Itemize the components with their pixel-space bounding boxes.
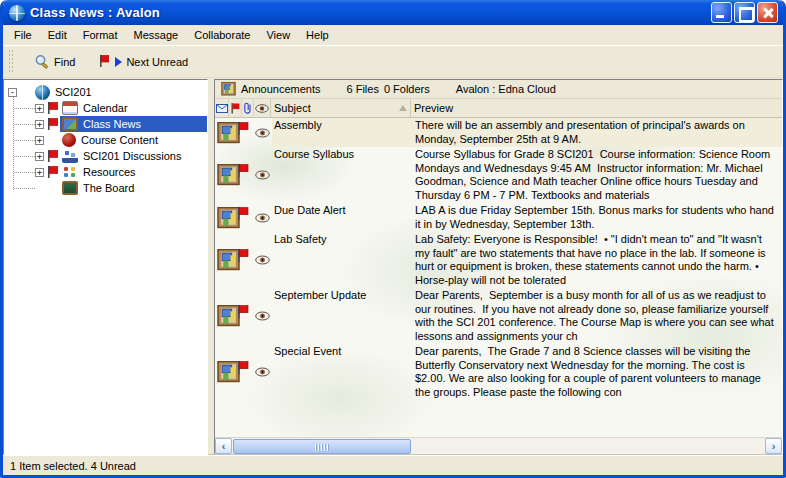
- conference-info-bar: Announcements 6 Files 0 Folders Avalon :…: [215, 80, 782, 99]
- menu-item[interactable]: Edit: [40, 26, 75, 45]
- tree-item[interactable]: + Class News: [4, 116, 207, 132]
- eye-icon: [255, 255, 270, 265]
- message-subject: Special Event: [272, 344, 412, 400]
- menu-item[interactable]: Help: [298, 26, 337, 45]
- message-preview: Course Syllabus for Grade 8 SCI201 Cours…: [412, 147, 782, 203]
- sort-ascending-icon: [399, 105, 407, 111]
- collapse-toggle-icon[interactable]: -: [8, 88, 17, 97]
- close-button[interactable]: [757, 2, 778, 23]
- message-panel: Announcements 6 Files 0 Folders Avalon :…: [214, 79, 783, 455]
- eye-icon: [255, 367, 270, 377]
- bulletin-icon: [221, 82, 236, 96]
- tree-item[interactable]: + SCI201 Discussions: [4, 148, 207, 164]
- search-icon: [34, 54, 50, 70]
- column-header-subject[interactable]: Subject: [271, 99, 411, 117]
- column-header-preview[interactable]: Preview: [411, 99, 782, 117]
- message-row[interactable]: September Update Dear Parents, September…: [215, 288, 782, 344]
- conference-tree-panel: - SCI201 + Calendar: [3, 79, 208, 455]
- find-button[interactable]: Find: [29, 51, 80, 73]
- conference-icon: [62, 181, 78, 195]
- preview-column-label: Preview: [414, 102, 453, 114]
- column-header-row: Subject Preview: [215, 99, 782, 118]
- tree-item[interactable]: The Board: [4, 180, 207, 196]
- message-preview: Dear Parents, September is a busy month …: [412, 288, 782, 344]
- scroll-left-icon[interactable]: ‹: [215, 438, 232, 454]
- next-unread-button[interactable]: Next Unread: [94, 52, 193, 71]
- flag-icon: [237, 207, 249, 221]
- menu-item[interactable]: File: [6, 26, 40, 45]
- tree-item-label: SCI201 Discussions: [81, 150, 183, 162]
- message-row[interactable]: Lab Safety Lab Safety: Everyone is Respo…: [215, 232, 782, 288]
- expand-toggle-icon[interactable]: +: [35, 136, 44, 145]
- paperclip-icon: [243, 99, 255, 117]
- tree-item-label: Calendar: [81, 102, 130, 114]
- maximize-button[interactable]: [734, 2, 755, 23]
- flag-icon: [47, 102, 60, 115]
- eye-icon: [255, 170, 270, 180]
- next-unread-button-label: Next Unread: [126, 56, 188, 68]
- status-text: 1 Item selected. 4 Unread: [10, 460, 136, 472]
- message-preview: Lab Safety: Everyone is Responsible! • "…: [412, 232, 782, 288]
- conference-icon: [62, 117, 78, 131]
- app-globe-icon: [9, 5, 25, 21]
- conference-icon: [62, 133, 76, 147]
- scrollbar-thumb[interactable]: [233, 439, 411, 454]
- flag-icon: [237, 305, 249, 319]
- message-subject: Lab Safety: [272, 232, 412, 288]
- flag-icon: [230, 99, 242, 117]
- eye-icon: [255, 311, 270, 321]
- message-subject: September Update: [272, 288, 412, 344]
- tree-item-root[interactable]: - SCI201: [4, 84, 207, 100]
- toolbar-gripper[interactable]: [8, 50, 15, 74]
- files-count: 6 Files: [347, 83, 379, 95]
- message-subject: Course Syllabus: [272, 147, 412, 203]
- toolbar: Find Next Unread: [3, 46, 783, 78]
- horizontal-scrollbar[interactable]: ‹ ›: [215, 437, 782, 454]
- message-row[interactable]: Assembly There will be an assembly and p…: [215, 118, 782, 147]
- tree-item-label: SCI201: [53, 86, 94, 98]
- message-row[interactable]: Course Syllabus Course Syllabus for Grad…: [215, 147, 782, 203]
- message-row[interactable]: Special Event Dear parents, The Grade 7 …: [215, 344, 782, 400]
- conference-icon: [62, 165, 78, 179]
- menu-item[interactable]: Collaborate: [186, 26, 258, 45]
- tree-item[interactable]: + Course Content: [4, 132, 207, 148]
- tree-item-label: The Board: [81, 182, 136, 194]
- message-preview: Dear parents, The Grade 7 and 8 Science …: [412, 344, 782, 400]
- app-window: Class News : Avalon FileEditFormatMessag…: [0, 0, 786, 478]
- envelope-icon: [216, 99, 229, 117]
- flag-icon: [47, 118, 60, 131]
- account-name: Avalon : Edna Cloud: [456, 83, 556, 95]
- menu-item[interactable]: View: [258, 26, 298, 45]
- menu-item[interactable]: Message: [126, 26, 187, 45]
- status-bar: 1 Item selected. 4 Unread: [3, 455, 783, 475]
- globe-icon: [35, 85, 50, 100]
- expand-toggle-icon[interactable]: +: [35, 152, 44, 161]
- message-subject: Assembly: [272, 118, 412, 147]
- flag-icon: [237, 122, 249, 136]
- main-area: - SCI201 + Calendar: [3, 78, 783, 455]
- expand-toggle-icon[interactable]: +: [35, 168, 44, 177]
- menu-item[interactable]: Format: [75, 26, 126, 45]
- tree-item[interactable]: + Resources: [4, 164, 207, 180]
- conference-icon: [62, 101, 78, 115]
- flag-icon: [237, 361, 249, 375]
- message-list: Assembly There will be an assembly and p…: [215, 118, 782, 437]
- eye-icon: [255, 99, 269, 117]
- message-preview: LAB A is due Friday September 15th. Bonu…: [412, 203, 782, 232]
- expand-toggle-icon[interactable]: +: [35, 120, 44, 129]
- menu-bar: FileEditFormatMessageCollaborateViewHelp: [3, 25, 783, 46]
- flag-icon: [99, 55, 110, 68]
- tree-item-label: Course Content: [79, 134, 160, 146]
- title-bar[interactable]: Class News : Avalon: [3, 0, 783, 25]
- column-status-icons[interactable]: [215, 99, 271, 117]
- minimize-button[interactable]: [711, 2, 732, 23]
- expand-toggle-icon[interactable]: +: [35, 104, 44, 113]
- eye-icon: [255, 128, 270, 138]
- flag-icon: [47, 166, 60, 179]
- next-arrow-icon: [114, 57, 122, 67]
- conference-title: Announcements: [241, 83, 321, 95]
- tree-item[interactable]: + Calendar: [4, 100, 207, 116]
- tree-item-label: Resources: [81, 166, 138, 178]
- message-row[interactable]: Due Date Alert LAB A is due Friday Septe…: [215, 203, 782, 232]
- scroll-right-icon[interactable]: ›: [765, 438, 782, 454]
